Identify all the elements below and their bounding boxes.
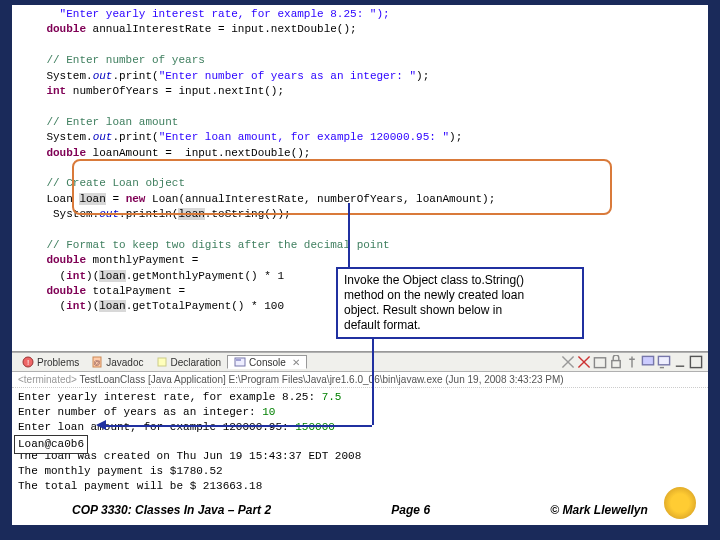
scroll-lock-button[interactable]: [609, 355, 623, 369]
tab-label: Problems: [37, 357, 79, 368]
svg-rect-12: [612, 361, 620, 368]
console-launch-header: <terminated> TestLoanClass [Java Applica…: [12, 372, 708, 388]
clear-console-button[interactable]: [593, 355, 607, 369]
footer-course: COP 3330: Classes In Java – Part 2: [72, 503, 271, 517]
svg-rect-11: [594, 358, 605, 368]
maximize-view-button[interactable]: [689, 355, 703, 369]
pin-console-button[interactable]: [625, 355, 639, 369]
terminate-button[interactable]: [561, 355, 575, 369]
annotation-note: Invoke the Object class to.String() meth…: [336, 267, 584, 339]
svg-rect-4: [158, 358, 166, 366]
tab-problems[interactable]: ! Problems: [16, 356, 85, 368]
svg-rect-14: [658, 356, 669, 364]
slide-footer: COP 3330: Classes In Java – Part 2 Page …: [12, 497, 708, 523]
open-console-button[interactable]: [657, 355, 671, 369]
remove-launch-button[interactable]: [577, 355, 591, 369]
tostring-output-highlight: Loan@ca0b6: [14, 435, 88, 454]
minimize-view-button[interactable]: [673, 355, 687, 369]
svg-rect-13: [642, 356, 653, 364]
slide-container: "Enter yearly interest rate, for example…: [12, 5, 708, 525]
console-icon: [234, 356, 246, 368]
tab-label: Console: [249, 357, 286, 368]
problems-icon: !: [22, 356, 34, 368]
ucf-logo: [664, 487, 696, 519]
tab-declaration[interactable]: Declaration: [150, 356, 228, 368]
svg-text:@: @: [94, 359, 101, 366]
svg-rect-16: [690, 356, 701, 367]
tab-javadoc[interactable]: @ Javadoc: [85, 356, 149, 368]
annotation-connector-2: [372, 337, 374, 425]
annotation-arrow: [104, 425, 372, 427]
svg-text:!: !: [27, 358, 29, 367]
display-console-button[interactable]: [641, 355, 655, 369]
tab-label: Declaration: [171, 357, 222, 368]
arrow-head-icon: [96, 420, 106, 430]
svg-rect-5: [235, 358, 245, 366]
declaration-icon: [156, 356, 168, 368]
close-icon[interactable]: ✕: [289, 357, 300, 368]
footer-page: Page 6: [391, 503, 430, 517]
code-editor: "Enter yearly interest rate, for example…: [12, 5, 708, 351]
code-text: "Enter yearly interest rate, for example…: [20, 8, 390, 20]
annotation-connector: [348, 203, 350, 267]
footer-copyright: © Mark Llewellyn: [550, 503, 648, 517]
console-output: Enter yearly interest rate, for example …: [12, 388, 708, 482]
javadoc-icon: @: [91, 356, 103, 368]
views-tab-bar: ! Problems @ Javadoc Declaration Console…: [12, 352, 708, 372]
tab-label: Javadoc: [106, 357, 143, 368]
tab-console[interactable]: Console ✕: [227, 355, 306, 369]
